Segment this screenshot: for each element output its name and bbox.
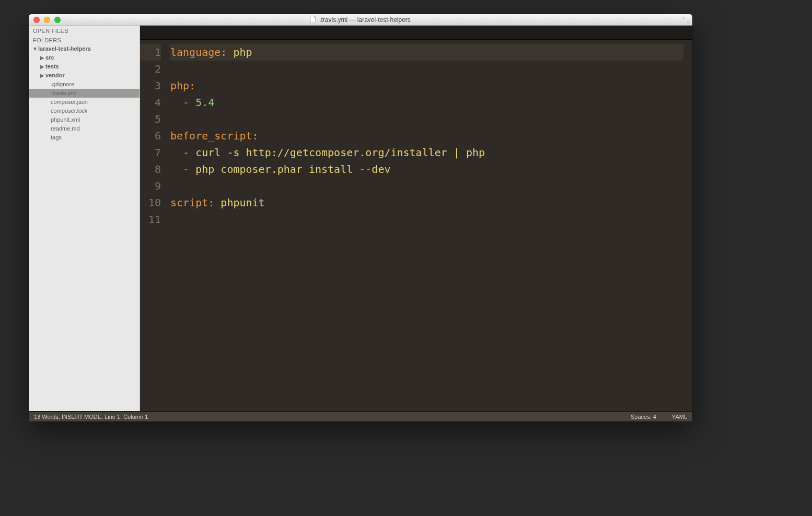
line-number[interactable]: 2 bbox=[140, 61, 161, 77]
token-plain bbox=[214, 196, 221, 209]
token-plain bbox=[227, 46, 233, 58]
tree-item-label: .gitignore bbox=[51, 80, 74, 89]
chevron-down-icon: ▼ bbox=[32, 46, 38, 52]
code-line[interactable]: before_script: bbox=[170, 127, 683, 144]
status-syntax[interactable]: YAML bbox=[672, 414, 687, 420]
sidebar-file[interactable]: readme.md bbox=[29, 124, 140, 133]
fullscreen-icon[interactable] bbox=[683, 16, 689, 22]
document-icon bbox=[310, 16, 316, 24]
token-plain bbox=[170, 146, 183, 159]
sidebar-heading-open-files[interactable]: OPEN FILES bbox=[29, 26, 140, 35]
code-line[interactable] bbox=[170, 211, 683, 228]
line-number[interactable]: 5 bbox=[140, 111, 161, 127]
token-num: 5.4 bbox=[195, 96, 214, 109]
token-key: before_script: bbox=[170, 130, 259, 142]
titlebar-title-wrap: .travis.yml — laravel-test-helpers bbox=[29, 14, 692, 25]
status-left: 13 Words, INSERT MODE, Line 1, Column 1 bbox=[34, 414, 148, 420]
sidebar-file[interactable]: phpunit.xml bbox=[29, 115, 140, 124]
code-line[interactable]: - 5.4 bbox=[170, 94, 683, 111]
line-number[interactable]: 9 bbox=[140, 178, 161, 194]
line-number[interactable]: 11 bbox=[140, 211, 161, 228]
tree-item-label: .travis.yml bbox=[51, 89, 77, 98]
tree-item-label: phpunit.xml bbox=[51, 115, 80, 124]
line-number[interactable]: 8 bbox=[140, 161, 161, 178]
token-plain bbox=[170, 163, 183, 175]
tree-item-label: src bbox=[45, 53, 54, 62]
titlebar: .travis.yml — laravel-test-helpers bbox=[29, 14, 692, 26]
token-key: - bbox=[183, 96, 189, 109]
status-spaces[interactable]: Spaces: 4 bbox=[631, 414, 656, 420]
tree-item-label: composer.json bbox=[51, 98, 88, 107]
chevron-right-icon: ▶ bbox=[39, 73, 45, 78]
line-number[interactable]: 3 bbox=[140, 77, 161, 94]
token-str: phpunit bbox=[221, 196, 264, 209]
token-plain bbox=[170, 96, 183, 109]
code-line[interactable]: script: phpunit bbox=[170, 194, 683, 211]
token-key: - bbox=[183, 146, 189, 159]
tree-item-label: composer.lock bbox=[51, 107, 87, 115]
app-window: .travis.yml — laravel-test-helpers OPEN … bbox=[29, 14, 692, 421]
token-key: - bbox=[183, 163, 189, 175]
sidebar-folder[interactable]: ▶src bbox=[29, 53, 140, 62]
tree-item-label: tags bbox=[51, 133, 62, 142]
line-number[interactable]: 4 bbox=[140, 94, 161, 111]
code-content[interactable]: language: php php: - 5.4 before_script: … bbox=[166, 40, 683, 411]
token-key: script: bbox=[170, 196, 214, 209]
code-line[interactable] bbox=[170, 178, 683, 194]
tabstrip[interactable] bbox=[140, 26, 692, 40]
code-line[interactable]: - php composer.phar install --dev bbox=[170, 161, 683, 178]
line-number[interactable]: 1 bbox=[140, 44, 161, 61]
token-str: php bbox=[233, 46, 252, 58]
line-number[interactable]: 10 bbox=[140, 194, 161, 211]
code-line[interactable]: language: php bbox=[170, 44, 683, 61]
chevron-right-icon: ▶ bbox=[39, 64, 45, 69]
tree-item-label: laravel-test-helpers bbox=[38, 44, 91, 53]
sidebar-file[interactable]: tags bbox=[29, 133, 140, 142]
sidebar-heading-folders: FOLDERS bbox=[29, 35, 140, 44]
chevron-right-icon: ▶ bbox=[39, 55, 45, 61]
minimize-icon[interactable] bbox=[44, 17, 50, 23]
tree-item-label: vendor bbox=[45, 71, 65, 80]
code-line[interactable] bbox=[170, 111, 683, 127]
editor: 1234567891011 language: php php: - 5.4 b… bbox=[140, 26, 692, 411]
folder-tree: ▼laravel-test-helpers▶src▶tests▶vendor.g… bbox=[29, 44, 140, 145]
tree-item-label: tests bbox=[45, 62, 59, 71]
traffic-lights bbox=[33, 17, 61, 23]
token-str: php composer.phar install --dev bbox=[195, 163, 390, 175]
sidebar-file[interactable]: .gitignore bbox=[29, 80, 140, 89]
code-line[interactable]: - curl -s http://getcomposer.org/install… bbox=[170, 144, 683, 161]
sidebar-folder[interactable]: ▶tests bbox=[29, 62, 140, 71]
tree-item-label: readme.md bbox=[51, 124, 80, 133]
sidebar-file[interactable]: .travis.yml bbox=[29, 89, 140, 98]
line-number[interactable]: 6 bbox=[140, 127, 161, 144]
close-icon[interactable] bbox=[33, 17, 40, 23]
token-key: language: bbox=[170, 46, 227, 58]
zoom-icon[interactable] bbox=[54, 17, 61, 23]
editor-scrollbar[interactable] bbox=[683, 40, 692, 411]
token-key: php: bbox=[170, 79, 195, 92]
code-line[interactable]: php: bbox=[170, 77, 683, 94]
sidebar-file[interactable]: composer.lock bbox=[29, 107, 140, 115]
token-plain bbox=[189, 146, 195, 159]
token-plain bbox=[189, 163, 195, 175]
sidebar: OPEN FILES FOLDERS ▼laravel-test-helpers… bbox=[29, 26, 140, 411]
line-number-gutter[interactable]: 1234567891011 bbox=[140, 40, 166, 411]
token-str: curl -s http://getcomposer.org/installer… bbox=[195, 146, 485, 159]
line-number[interactable]: 7 bbox=[140, 144, 161, 161]
statusbar: 13 Words, INSERT MODE, Line 1, Column 1 … bbox=[29, 411, 692, 421]
window-title: .travis.yml — laravel-test-helpers bbox=[319, 16, 411, 24]
code-line[interactable] bbox=[170, 61, 683, 77]
sidebar-file[interactable]: composer.json bbox=[29, 98, 140, 107]
sidebar-folder[interactable]: ▶vendor bbox=[29, 71, 140, 80]
token-plain bbox=[189, 96, 195, 109]
sidebar-folder[interactable]: ▼laravel-test-helpers bbox=[29, 44, 140, 53]
